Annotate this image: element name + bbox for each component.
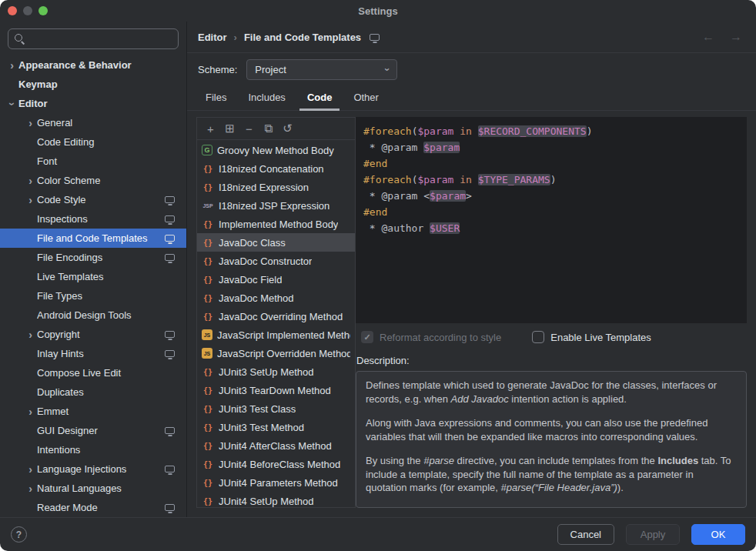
template-name: I18nized Expression [219, 182, 309, 193]
copy-template-icon[interactable]: ⧉ [259, 120, 278, 138]
close-window-button[interactable] [8, 6, 17, 15]
breadcrumb-editor[interactable]: Editor [198, 32, 227, 43]
monitor-icon [165, 196, 175, 203]
sidebar-item-label: Copyright [37, 329, 165, 340]
sidebar-item-inspections[interactable]: Inspections [0, 209, 186, 229]
sidebar-item-color-scheme[interactable]: ›Color Scheme [0, 171, 186, 190]
list-item-javadoc-field[interactable]: {}JavaDoc Field [197, 270, 355, 289]
template-file-icon: {} [202, 421, 214, 433]
ok-button[interactable]: OK [691, 524, 745, 545]
sidebar-item-file-encodings[interactable]: File Encodings [0, 248, 186, 267]
sidebar-item-live-templates[interactable]: Live Templates [0, 267, 186, 286]
list-item-junit3-teardown-method[interactable]: {}JUnit3 TearDown Method [197, 381, 355, 399]
sidebar-item-compose-live-edit[interactable]: Compose Live Edit [0, 363, 186, 382]
sidebar-item-label: Language Injections [37, 463, 165, 475]
tab-includes[interactable]: Includes [240, 85, 293, 111]
sidebar-item-code-editing[interactable]: Code Editing [0, 132, 186, 152]
cancel-button[interactable]: Cancel [557, 524, 614, 545]
remove-template-icon[interactable]: − [239, 120, 259, 138]
search-input[interactable] [30, 33, 172, 45]
chevron-right-icon[interactable]: › [24, 406, 37, 417]
chevron-right-icon[interactable]: › [24, 483, 37, 494]
list-item-junit3-setup-method[interactable]: {}JUnit3 SetUp Method [197, 362, 355, 381]
list-item-junit4-beforeclass-method[interactable]: {}JUnit4 BeforeClass Method [197, 455, 355, 473]
create-child-template-icon[interactable]: ⊞ [220, 120, 239, 138]
live-templates-checkbox-label: Enable Live Templates [550, 332, 651, 343]
sidebar-item-label: Inlay Hints [37, 348, 165, 359]
chevron-right-icon[interactable]: › [24, 329, 37, 340]
zoom-window-button[interactable] [38, 6, 48, 15]
reset-template-icon[interactable]: ↺ [278, 120, 297, 138]
list-item-groovy-new-method-body[interactable]: GGroovy New Method Body [197, 141, 355, 159]
sidebar-item-label: Editor [18, 98, 186, 109]
help-icon[interactable]: ? [11, 526, 27, 543]
list-item-junit3-test-class[interactable]: {}JUnit3 Test Class [197, 399, 355, 418]
list-item-i18nized-expression[interactable]: {}I18nized Expression [197, 178, 355, 196]
list-item-junit4-setup-method[interactable]: {}JUnit4 SetUp Method [197, 492, 355, 507]
list-item-implemented-method-body[interactable]: {}Implemented Method Body [197, 215, 355, 233]
tab-code[interactable]: Code [299, 85, 340, 111]
list-item-javascript-overridden-method-body[interactable]: JSJavaScript Overridden Method Body [197, 344, 355, 362]
footer: ? Cancel Apply OK [0, 517, 756, 551]
sidebar-item-label: Font [37, 155, 186, 167]
sidebar-item-editor[interactable]: ›Editor [0, 94, 186, 113]
sidebar-item-copyright[interactable]: ›Copyright [0, 325, 186, 344]
chevron-right-icon[interactable]: › [24, 175, 37, 186]
sidebar-item-intentions[interactable]: Intentions [0, 440, 186, 459]
code-token: * @author [363, 222, 430, 234]
add-template-icon[interactable]: + [201, 120, 220, 138]
chevron-right-icon[interactable]: › [24, 195, 37, 205]
breadcrumb: Editor › File and Code Templates ← → [187, 22, 756, 53]
template-tabs: FilesIncludesCodeOther [187, 85, 756, 111]
code-line: #foreach($param in $TYPE_PARAMS) [363, 172, 739, 188]
sidebar-item-language-injections[interactable]: ›Language Injections [0, 459, 186, 479]
list-item-junit4-parameters-method[interactable]: {}JUnit4 Parameters Method [197, 473, 355, 492]
code-token: #foreach [363, 125, 412, 137]
list-item-junit3-test-method[interactable]: {}JUnit3 Test Method [197, 418, 355, 436]
sidebar-item-android-design-tools[interactable]: Android Design Tools [0, 306, 186, 325]
description-paragraph: Predefined variables take the following … [366, 506, 737, 509]
list-item-javadoc-constructor[interactable]: {}JavaDoc Constructor [197, 252, 355, 270]
sidebar-item-emmet[interactable]: ›Emmet [0, 402, 186, 421]
sidebar-item-duplicates[interactable]: Duplicates [0, 382, 186, 402]
chevron-right-icon[interactable]: › [5, 60, 18, 71]
scheme-select[interactable]: Project › [246, 59, 397, 80]
sidebar-item-natural-languages[interactable]: ›Natural Languages [0, 479, 186, 498]
list-item-javadoc-class[interactable]: {}JavaDoc Class [197, 233, 355, 252]
settings-search[interactable] [8, 28, 179, 49]
sidebar-item-gui-designer[interactable]: GUI Designer [0, 421, 186, 440]
minimize-window-button[interactable] [23, 6, 32, 15]
chevron-right-icon[interactable]: › [24, 118, 37, 129]
list-item-i18nized-jsp-expression[interactable]: JSPI18nized JSP Expression [197, 196, 355, 215]
tab-files[interactable]: Files [198, 85, 234, 111]
checkbox-unchecked-icon [532, 331, 544, 343]
sidebar-item-code-style[interactable]: ›Code Style [0, 190, 186, 209]
forward-arrow-icon[interactable]: → [730, 30, 742, 44]
sidebar-item-keymap[interactable]: Keymap [0, 75, 186, 94]
description-body[interactable]: Defines template which used to generate … [356, 371, 747, 508]
list-item-i18nized-concatenation[interactable]: {}I18nized Concatenation [197, 159, 355, 178]
back-arrow-icon[interactable]: ← [702, 30, 714, 44]
sidebar-item-general[interactable]: ›General [0, 113, 186, 132]
reformat-checkbox[interactable]: ✓ Reformat according to style [361, 331, 501, 343]
sidebar-item-inlay-hints[interactable]: Inlay Hints [0, 344, 186, 363]
live-templates-checkbox[interactable]: Enable Live Templates [532, 331, 651, 343]
sidebar-item-file-and-code-templates[interactable]: File and Code Templates [0, 229, 186, 248]
sidebar-item-label: Intentions [37, 444, 186, 456]
tab-other[interactable]: Other [346, 85, 386, 111]
chevron-down-icon[interactable]: › [7, 97, 18, 110]
apply-button[interactable]: Apply [626, 524, 680, 545]
list-item-javadoc-overriding-method[interactable]: {}JavaDoc Overriding Method [197, 307, 355, 326]
list-item-javadoc-method[interactable]: {}JavaDoc Method [197, 289, 355, 307]
chevron-right-icon[interactable]: › [24, 464, 37, 475]
sidebar-item-reader-mode[interactable]: Reader Mode [0, 498, 186, 517]
sidebar-item-label: Android Design Tools [37, 309, 186, 321]
description-text: By using the [366, 455, 423, 466]
template-file-icon: {} [202, 181, 214, 193]
list-item-junit4-afterclass-method[interactable]: {}JUnit4 AfterClass Method [197, 436, 355, 455]
sidebar-item-appearance-behavior[interactable]: ›Appearance & Behavior [0, 55, 186, 75]
list-item-javascript-implemented-method-body[interactable]: JSJavaScript Implemented Method Body [197, 326, 355, 344]
sidebar-item-file-types[interactable]: File Types [0, 286, 186, 306]
template-editor[interactable]: #foreach($param in $RECORD_COMPONENTS) *… [356, 117, 747, 323]
sidebar-item-font[interactable]: Font [0, 152, 186, 171]
